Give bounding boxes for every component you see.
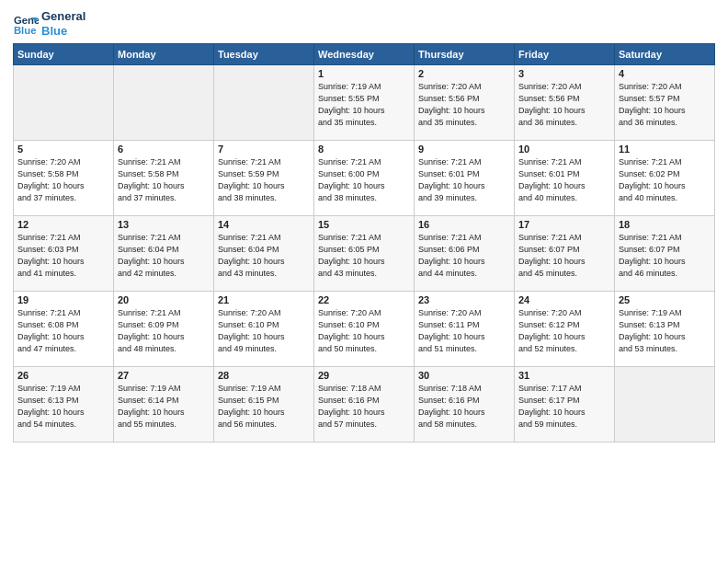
week-row-2: 5Sunrise: 7:20 AMSunset: 5:58 PMDaylight… — [14, 141, 715, 216]
day-info: Sunrise: 7:18 AMSunset: 6:16 PMDaylight:… — [318, 383, 410, 431]
day-number: 4 — [619, 68, 711, 79]
calendar-cell: 29Sunrise: 7:18 AMSunset: 6:16 PMDayligh… — [314, 367, 415, 442]
calendar-cell — [114, 65, 214, 141]
calendar-cell: 28Sunrise: 7:19 AMSunset: 6:15 PMDayligh… — [214, 367, 314, 442]
calendar-cell: 1Sunrise: 7:19 AMSunset: 5:55 PMDaylight… — [314, 65, 415, 141]
day-number: 6 — [118, 144, 210, 155]
calendar-cell: 16Sunrise: 7:21 AMSunset: 6:06 PMDayligh… — [415, 216, 515, 292]
day-info: Sunrise: 7:21 AMSunset: 6:01 PMDaylight:… — [418, 156, 510, 204]
day-number: 7 — [218, 144, 310, 155]
day-info: Sunrise: 7:19 AMSunset: 6:15 PMDaylight:… — [218, 383, 310, 431]
day-info: Sunrise: 7:21 AMSunset: 6:03 PMDaylight:… — [17, 232, 109, 280]
day-number: 28 — [218, 370, 310, 381]
calendar-cell: 12Sunrise: 7:21 AMSunset: 6:03 PMDayligh… — [14, 216, 114, 292]
day-info: Sunrise: 7:20 AMSunset: 5:56 PMDaylight:… — [518, 81, 610, 129]
calendar-cell: 5Sunrise: 7:20 AMSunset: 5:58 PMDaylight… — [14, 141, 114, 216]
day-info: Sunrise: 7:21 AMSunset: 5:59 PMDaylight:… — [218, 156, 310, 204]
logo-blue: Blue — [41, 24, 85, 39]
day-number: 12 — [17, 219, 109, 230]
day-number: 24 — [518, 294, 610, 305]
day-info: Sunrise: 7:19 AMSunset: 6:13 PMDaylight:… — [619, 307, 711, 355]
svg-text:Blue: Blue — [14, 24, 37, 35]
day-number: 13 — [118, 219, 210, 230]
calendar-cell: 4Sunrise: 7:20 AMSunset: 5:57 PMDaylight… — [615, 65, 715, 141]
calendar-cell: 3Sunrise: 7:20 AMSunset: 5:56 PMDaylight… — [515, 65, 615, 141]
calendar-cell: 19Sunrise: 7:21 AMSunset: 6:08 PMDayligh… — [14, 292, 114, 367]
day-info: Sunrise: 7:21 AMSunset: 6:09 PMDaylight:… — [118, 307, 210, 355]
day-info: Sunrise: 7:21 AMSunset: 6:08 PMDaylight:… — [17, 307, 109, 355]
day-number: 9 — [418, 144, 510, 155]
calendar-cell: 15Sunrise: 7:21 AMSunset: 6:05 PMDayligh… — [314, 216, 415, 292]
calendar-cell: 2Sunrise: 7:20 AMSunset: 5:56 PMDaylight… — [415, 65, 515, 141]
calendar-cell: 30Sunrise: 7:18 AMSunset: 6:16 PMDayligh… — [415, 367, 515, 442]
calendar-cell: 25Sunrise: 7:19 AMSunset: 6:13 PMDayligh… — [615, 292, 715, 367]
day-info: Sunrise: 7:21 AMSunset: 6:07 PMDaylight:… — [619, 232, 711, 280]
header: General Blue General Blue — [13, 9, 715, 38]
calendar-cell: 18Sunrise: 7:21 AMSunset: 6:07 PMDayligh… — [615, 216, 715, 292]
day-number: 18 — [619, 219, 711, 230]
day-info: Sunrise: 7:20 AMSunset: 6:10 PMDaylight:… — [318, 307, 410, 355]
day-info: Sunrise: 7:20 AMSunset: 5:56 PMDaylight:… — [418, 81, 510, 129]
day-info: Sunrise: 7:20 AMSunset: 6:12 PMDaylight:… — [518, 307, 610, 355]
calendar-cell: 8Sunrise: 7:21 AMSunset: 6:00 PMDaylight… — [314, 141, 415, 216]
day-number: 25 — [619, 294, 711, 305]
calendar-cell — [214, 65, 314, 141]
logo-general: General — [41, 9, 85, 24]
day-number: 21 — [218, 294, 310, 305]
calendar-cell: 21Sunrise: 7:20 AMSunset: 6:10 PMDayligh… — [214, 292, 314, 367]
day-info: Sunrise: 7:20 AMSunset: 5:57 PMDaylight:… — [619, 81, 711, 129]
day-info: Sunrise: 7:19 AMSunset: 5:55 PMDaylight:… — [318, 81, 410, 129]
calendar-cell: 27Sunrise: 7:19 AMSunset: 6:14 PMDayligh… — [114, 367, 214, 442]
day-info: Sunrise: 7:21 AMSunset: 6:04 PMDaylight:… — [118, 232, 210, 280]
calendar-table: SundayMondayTuesdayWednesdayThursdayFrid… — [13, 43, 715, 442]
day-number: 10 — [518, 144, 610, 155]
calendar-cell — [14, 65, 114, 141]
day-info: Sunrise: 7:20 AMSunset: 5:58 PMDaylight:… — [17, 156, 109, 204]
calendar-cell: 22Sunrise: 7:20 AMSunset: 6:10 PMDayligh… — [314, 292, 415, 367]
day-info: Sunrise: 7:21 AMSunset: 6:05 PMDaylight:… — [318, 232, 410, 280]
day-number: 1 — [318, 68, 410, 79]
day-number: 3 — [518, 68, 610, 79]
day-info: Sunrise: 7:21 AMSunset: 6:07 PMDaylight:… — [518, 232, 610, 280]
day-header-tuesday: Tuesday — [214, 44, 314, 65]
calendar-cell: 10Sunrise: 7:21 AMSunset: 6:01 PMDayligh… — [515, 141, 615, 216]
day-number: 11 — [619, 144, 711, 155]
day-info: Sunrise: 7:21 AMSunset: 6:01 PMDaylight:… — [518, 156, 610, 204]
calendar-cell: 20Sunrise: 7:21 AMSunset: 6:09 PMDayligh… — [114, 292, 214, 367]
day-number: 22 — [318, 294, 410, 305]
calendar-cell: 6Sunrise: 7:21 AMSunset: 5:58 PMDaylight… — [114, 141, 214, 216]
day-info: Sunrise: 7:21 AMSunset: 6:04 PMDaylight:… — [218, 232, 310, 280]
day-number: 23 — [418, 294, 510, 305]
day-number: 27 — [118, 370, 210, 381]
calendar-cell: 13Sunrise: 7:21 AMSunset: 6:04 PMDayligh… — [114, 216, 214, 292]
day-info: Sunrise: 7:21 AMSunset: 5:58 PMDaylight:… — [118, 156, 210, 204]
day-info: Sunrise: 7:19 AMSunset: 6:13 PMDaylight:… — [17, 383, 109, 431]
week-row-5: 26Sunrise: 7:19 AMSunset: 6:13 PMDayligh… — [14, 367, 715, 442]
day-number: 5 — [17, 144, 109, 155]
calendar-cell: 7Sunrise: 7:21 AMSunset: 5:59 PMDaylight… — [214, 141, 314, 216]
day-header-saturday: Saturday — [615, 44, 715, 65]
day-number: 15 — [318, 219, 410, 230]
day-info: Sunrise: 7:17 AMSunset: 6:17 PMDaylight:… — [518, 383, 610, 431]
day-number: 26 — [17, 370, 109, 381]
day-number: 19 — [17, 294, 109, 305]
day-number: 29 — [318, 370, 410, 381]
day-header-wednesday: Wednesday — [314, 44, 415, 65]
day-info: Sunrise: 7:18 AMSunset: 6:16 PMDaylight:… — [418, 383, 510, 431]
calendar-cell: 23Sunrise: 7:20 AMSunset: 6:11 PMDayligh… — [415, 292, 515, 367]
week-row-3: 12Sunrise: 7:21 AMSunset: 6:03 PMDayligh… — [14, 216, 715, 292]
calendar-cell: 9Sunrise: 7:21 AMSunset: 6:01 PMDaylight… — [415, 141, 515, 216]
calendar-cell: 24Sunrise: 7:20 AMSunset: 6:12 PMDayligh… — [515, 292, 615, 367]
day-header-friday: Friday — [515, 44, 615, 65]
logo: General Blue General Blue — [13, 9, 85, 38]
day-headers: SundayMondayTuesdayWednesdayThursdayFrid… — [14, 44, 715, 65]
day-info: Sunrise: 7:21 AMSunset: 6:06 PMDaylight:… — [418, 232, 510, 280]
day-info: Sunrise: 7:20 AMSunset: 6:11 PMDaylight:… — [418, 307, 510, 355]
day-header-thursday: Thursday — [415, 44, 515, 65]
day-info: Sunrise: 7:21 AMSunset: 6:02 PMDaylight:… — [619, 156, 711, 204]
day-info: Sunrise: 7:21 AMSunset: 6:00 PMDaylight:… — [318, 156, 410, 204]
day-number: 16 — [418, 219, 510, 230]
day-number: 2 — [418, 68, 510, 79]
calendar-cell: 31Sunrise: 7:17 AMSunset: 6:17 PMDayligh… — [515, 367, 615, 442]
calendar-cell — [615, 367, 715, 442]
